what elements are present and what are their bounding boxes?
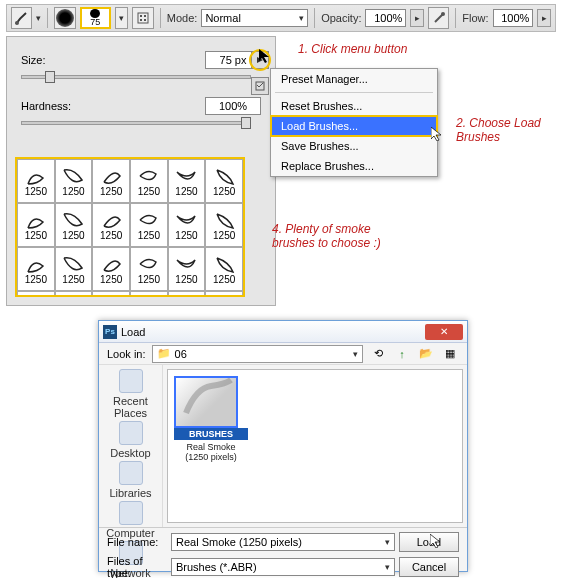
brush-preset-cell[interactable]: 1250 [92, 291, 130, 297]
brush-preset-cell[interactable]: 1250 [17, 159, 55, 203]
svg-point-6 [441, 12, 445, 16]
brush-preset-cell[interactable]: 1250 [55, 159, 93, 203]
up-folder-icon[interactable]: ↑ [393, 345, 411, 363]
file-item-brush[interactable]: BRUSHES Real Smoke (1250 pixels) [174, 376, 248, 462]
dialog-titlebar: Ps Load ✕ [99, 321, 467, 343]
brush-preset-panel: Size: 75 px Hardness: 100% 1250125012501… [6, 36, 276, 306]
brush-preset-grid: 1250125012501250125012501250125012501250… [15, 157, 245, 297]
cancel-button[interactable]: Cancel [399, 557, 459, 577]
tablet-pressure-icon[interactable] [428, 7, 449, 29]
brush-preset-cell[interactable]: 1250 [205, 203, 243, 247]
cursor-icon [431, 127, 443, 141]
lookin-value: 06 [175, 348, 187, 360]
brush-preset-cell[interactable]: 1250 [55, 203, 93, 247]
divider [314, 8, 315, 28]
mode-value: Normal [205, 12, 240, 24]
panel-flyout-menu: Preset Manager... Reset Brushes... Load … [270, 68, 438, 177]
brush-preset-cell[interactable]: 1250 [92, 247, 130, 291]
new-folder-icon[interactable]: 📂 [417, 345, 435, 363]
svg-rect-3 [144, 15, 146, 17]
dialog-body: Recent Places Desktop Libraries Computer… [99, 365, 467, 527]
new-preset-button[interactable] [251, 77, 269, 95]
lookin-label: Look in: [107, 348, 146, 360]
brush-size-dropdown[interactable]: ▾ [115, 7, 129, 29]
place-desktop[interactable]: Desktop [103, 421, 159, 459]
dropdown-icon: ▾ [385, 537, 390, 547]
file-list-pane[interactable]: BRUSHES Real Smoke (1250 pixels) [167, 369, 463, 523]
annotation-2: 2. Choose Load Brushes [456, 116, 556, 144]
menu-load-brushes[interactable]: Load Brushes... [271, 116, 437, 136]
options-bar: ▾ 75 ▾ Mode: Normal ▾ Opacity: 100% ▸ Fl… [6, 4, 556, 32]
brush-preset-cell[interactable]: 1250 [130, 203, 168, 247]
grid-scrollbar[interactable]: ▴ ▾ [244, 159, 245, 295]
svg-point-0 [15, 21, 19, 25]
folder-icon: 📁 [157, 347, 171, 360]
filename-label: File name: [107, 536, 167, 548]
brush-preset-cell[interactable]: 1250 [168, 203, 206, 247]
flow-value[interactable]: 100% [493, 9, 534, 27]
divider [160, 8, 161, 28]
divider [455, 8, 456, 28]
file-thumbnail [174, 376, 238, 428]
svg-rect-1 [138, 13, 148, 23]
place-computer[interactable]: Computer [103, 501, 159, 539]
size-label: Size: [21, 54, 45, 66]
menu-preset-manager[interactable]: Preset Manager... [271, 69, 437, 89]
brush-preset-cell[interactable]: 1250 [17, 291, 55, 297]
size-slider[interactable] [21, 75, 251, 79]
brush-preset-cell[interactable]: 1250 [92, 159, 130, 203]
brush-preset-cell[interactable]: 1250 [168, 159, 206, 203]
back-icon[interactable]: ⟲ [369, 345, 387, 363]
brush-preset-cell[interactable]: 1250 [168, 247, 206, 291]
menu-save-brushes[interactable]: Save Brushes... [271, 136, 437, 156]
file-badge: BRUSHES [174, 428, 248, 440]
place-recent[interactable]: Recent Places [103, 369, 159, 419]
lookin-field[interactable]: 📁 06 ▾ [152, 345, 363, 363]
divider [47, 8, 48, 28]
filename-field[interactable]: Real Smoke (1250 pixels)▾ [171, 533, 395, 551]
opacity-flyout[interactable]: ▸ [410, 9, 424, 27]
opacity-value[interactable]: 100% [365, 9, 406, 27]
load-button[interactable]: Load [399, 532, 459, 552]
brush-preview[interactable] [54, 7, 75, 29]
brush-preset-cell[interactable]: 1250 [168, 291, 206, 297]
brush-preset-cell[interactable]: 1250 [55, 291, 93, 297]
brush-preset-cell[interactable]: 1250 [17, 247, 55, 291]
opacity-label: Opacity: [321, 12, 361, 24]
app-icon: Ps [103, 325, 117, 339]
place-libraries[interactable]: Libraries [103, 461, 159, 499]
brush-preset-cell[interactable]: 1250 [130, 247, 168, 291]
view-icon[interactable]: ▦ [441, 345, 459, 363]
brush-preset-cell[interactable]: 1250 [205, 291, 243, 297]
brush-tool-icon[interactable] [11, 7, 32, 29]
lookin-row: Look in: 📁 06 ▾ ⟲ ↑ 📂 ▦ [99, 343, 467, 365]
brush-preset-cell[interactable]: 1250 [92, 203, 130, 247]
brush-preset-cell[interactable]: 1250 [55, 247, 93, 291]
slider-thumb[interactable] [241, 117, 251, 129]
brush-preset-cell[interactable]: 1250 [17, 203, 55, 247]
flow-flyout[interactable]: ▸ [537, 9, 551, 27]
brush-size-selector[interactable]: 75 [80, 7, 111, 29]
menu-reset-brushes[interactable]: Reset Brushes... [271, 96, 437, 116]
cursor-icon [430, 534, 442, 548]
svg-rect-5 [144, 19, 146, 21]
menu-replace-brushes[interactable]: Replace Brushes... [271, 156, 437, 176]
slider-thumb[interactable] [45, 71, 55, 83]
hardness-input[interactable]: 100% [205, 97, 261, 115]
mode-select[interactable]: Normal ▾ [201, 9, 308, 27]
filetype-field[interactable]: Brushes (*.ABR)▾ [171, 558, 395, 576]
places-sidebar: Recent Places Desktop Libraries Computer… [99, 365, 163, 527]
file-caption: Real Smoke (1250 pixels) [174, 442, 248, 462]
dropdown-icon: ▾ [385, 562, 390, 572]
tool-dropdown-icon[interactable]: ▾ [36, 13, 41, 23]
brush-preset-cell[interactable]: 1250 [130, 291, 168, 297]
filetype-label: Files of type: [107, 555, 167, 578]
brush-preset-cell[interactable]: 1250 [130, 159, 168, 203]
hardness-slider[interactable] [21, 121, 251, 125]
close-button[interactable]: ✕ [425, 324, 463, 340]
hardness-label: Hardness: [21, 100, 71, 112]
brush-panel-toggle[interactable] [132, 7, 153, 29]
brush-preset-cell[interactable]: 1250 [205, 247, 243, 291]
svg-rect-2 [140, 15, 142, 17]
brush-preset-cell[interactable]: 1250 [205, 159, 243, 203]
